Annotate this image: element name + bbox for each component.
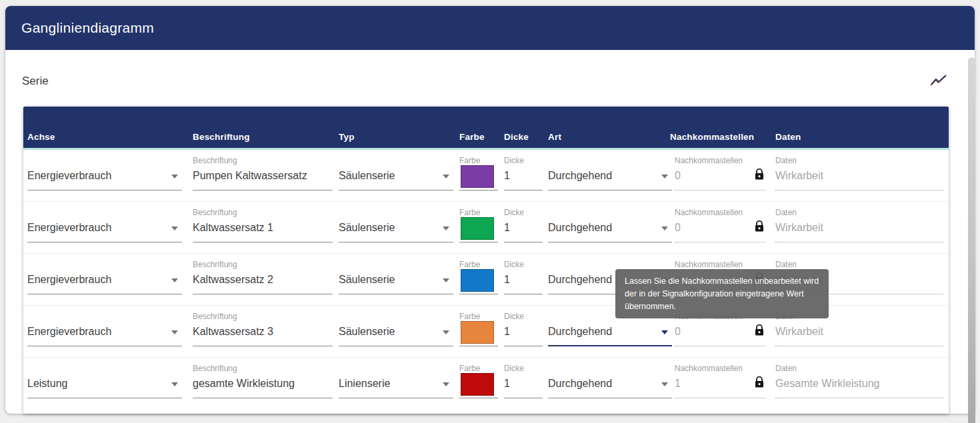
beschriftung-input[interactable]: BeschriftungKaltwassersatz 2 (193, 254, 333, 306)
field-underline (504, 398, 543, 398)
field-underline (504, 294, 543, 294)
achse-select[interactable]: Energieverbrauch (27, 202, 182, 254)
chevron-down-icon (171, 330, 178, 334)
column-header-daten: Daten (775, 132, 943, 142)
table-header: Achse Beschriftung Typ Farbe Dicke Art N… (23, 107, 949, 150)
achse-value: Leistung (27, 378, 68, 390)
art-select[interactable]: Durchgehend (548, 358, 672, 410)
dicke-value: 1 (504, 378, 510, 390)
achse-select[interactable]: Energieverbrauch (27, 306, 182, 358)
field-underline (548, 345, 672, 346)
dicke-value: 1 (504, 326, 510, 338)
color-swatch[interactable] (461, 269, 494, 292)
field-label: Nachkommastellen (675, 208, 743, 217)
field-underline (27, 242, 182, 242)
achse-value: Energieverbrauch (27, 222, 111, 234)
field-label: Dicke (504, 156, 524, 165)
field-label: Beschriftung (193, 364, 237, 373)
field-label: Dicke (504, 208, 524, 217)
field-underline (193, 294, 333, 294)
field-underline (504, 242, 543, 242)
field-underline (504, 346, 543, 346)
chevron-down-icon (443, 330, 449, 334)
achse-select[interactable]: Energieverbrauch (27, 150, 182, 202)
line-chart-icon[interactable] (928, 73, 948, 89)
achse-select[interactable]: Energieverbrauch (27, 254, 182, 306)
art-select[interactable]: Durchgehend (548, 150, 672, 202)
daten-value: Wirkarbeit (775, 326, 823, 338)
field-underline (459, 346, 498, 346)
daten-input: DatenWirkarbeit (775, 202, 943, 254)
field-underline (27, 346, 182, 346)
dicke-input[interactable]: Dicke1 (504, 358, 543, 410)
color-swatch[interactable] (461, 217, 494, 240)
chevron-down-icon (661, 382, 668, 386)
field-underline (775, 398, 943, 398)
beschriftung-input[interactable]: BeschriftungKaltwassersatz 3 (193, 306, 333, 358)
typ-select[interactable]: Säulenserie (339, 254, 453, 306)
chevron-down-icon (171, 382, 178, 386)
dicke-input[interactable]: Dicke1 (504, 202, 543, 254)
nachkommastellen-input: Nachkommastellen1 (675, 358, 765, 410)
farbe-picker[interactable]: Farbe (459, 306, 498, 358)
daten-value: Wirkarbeit (775, 222, 823, 234)
typ-select[interactable]: Linienserie (339, 358, 453, 410)
beschriftung-value: Kaltwassersatz 2 (193, 274, 273, 286)
art-value: Durchgehend (548, 170, 612, 182)
app-header: Gangliniendiagramm (5, 6, 975, 50)
beschriftung-input[interactable]: BeschriftungKaltwassersatz 1 (193, 202, 333, 254)
farbe-picker[interactable]: Farbe (459, 202, 498, 254)
art-value: Durchgehend (548, 326, 612, 338)
nachkommastellen-input: Nachkommastellen0 (675, 202, 765, 254)
beschriftung-input[interactable]: BeschriftungPumpen Kaltwassersatz (193, 150, 333, 202)
typ-value: Säulenserie (339, 170, 395, 182)
field-underline (339, 346, 453, 346)
dicke-input[interactable]: Dicke1 (504, 150, 543, 202)
field-label: Daten (775, 156, 797, 165)
chevron-down-icon (443, 382, 449, 386)
daten-input: DatenWirkarbeit (775, 150, 943, 202)
dicke-input[interactable]: Dicke1 (504, 254, 543, 306)
typ-select[interactable]: Säulenserie (339, 306, 453, 358)
farbe-picker[interactable]: Farbe (459, 358, 498, 410)
field-label: Dicke (504, 364, 524, 373)
chevron-down-icon (661, 330, 668, 334)
typ-value: Linienserie (339, 378, 390, 390)
field-underline (339, 398, 453, 398)
achse-value: Energieverbrauch (27, 326, 111, 338)
field-label: Farbe (459, 208, 480, 217)
field-label: Nachkommastellen (675, 156, 743, 165)
color-swatch[interactable] (461, 165, 494, 188)
dicke-value: 1 (504, 222, 510, 234)
daten-value: Gesamte Wirkleistung (775, 378, 880, 390)
field-label: Dicke (504, 312, 524, 321)
farbe-picker[interactable]: Farbe (459, 254, 498, 306)
section-title: Serie (22, 75, 49, 88)
nachkommastellen-value: 1 (675, 378, 681, 390)
typ-select[interactable]: Säulenserie (339, 202, 453, 254)
vertical-scrollbar[interactable] (968, 57, 975, 423)
art-select[interactable]: Durchgehend (548, 202, 672, 254)
color-swatch[interactable] (461, 373, 494, 396)
field-label: Daten (775, 208, 797, 217)
field-underline (193, 346, 333, 346)
color-swatch[interactable] (461, 321, 494, 344)
beschriftung-value: gesamte Wirkleistung (193, 378, 295, 390)
dicke-input[interactable]: Dicke1 (504, 306, 543, 358)
main-card: Gangliniendiagramm Serie Achse Beschrift… (5, 6, 975, 414)
achse-select[interactable]: Leistung (27, 358, 182, 410)
field-underline (548, 398, 672, 398)
field-label: Nachkommastellen (675, 364, 743, 373)
field-underline (339, 242, 453, 242)
column-header-achse: Achse (27, 132, 182, 142)
table-row: LeistungBeschriftunggesamte Wirkleistung… (23, 358, 949, 410)
lock-icon (755, 220, 764, 232)
chevron-down-icon (171, 175, 178, 179)
typ-select[interactable]: Säulenserie (339, 150, 453, 202)
field-underline (459, 190, 498, 191)
field-underline (675, 346, 765, 346)
field-underline (193, 242, 333, 242)
field-underline (675, 242, 765, 242)
farbe-picker[interactable]: Farbe (459, 150, 498, 202)
beschriftung-input[interactable]: Beschriftunggesamte Wirkleistung (193, 358, 333, 410)
